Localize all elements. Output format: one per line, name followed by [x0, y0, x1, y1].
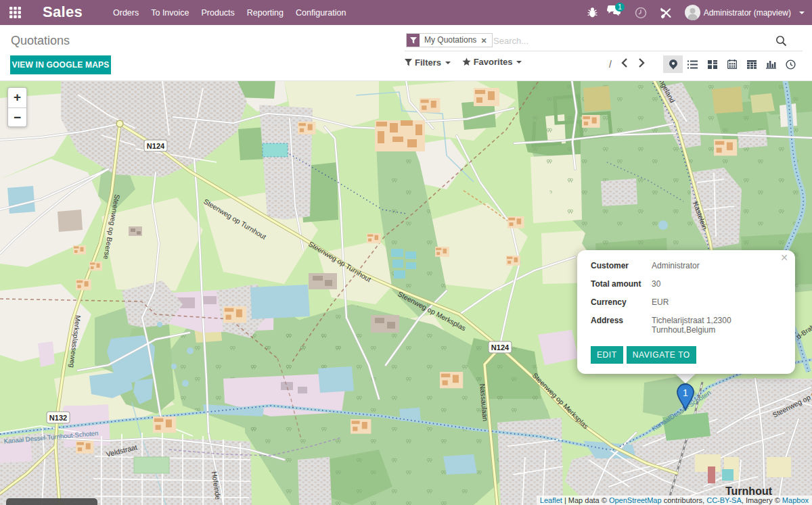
svg-text:N124: N124 [491, 343, 510, 352]
svg-text:N132: N132 [49, 414, 67, 422]
svg-text:N124: N124 [147, 142, 165, 150]
svg-text:1: 1 [683, 387, 688, 398]
